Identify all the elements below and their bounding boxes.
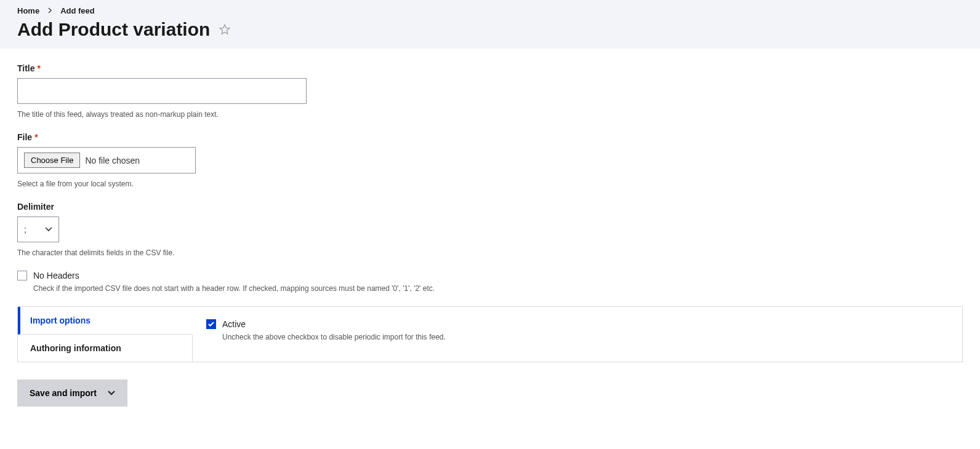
vertical-tabs-section: Import options Authoring information Act… — [17, 306, 963, 362]
save-and-import-label: Save and import — [30, 388, 97, 398]
chevron-down-icon — [45, 227, 52, 232]
tab-authoring-information[interactable]: Authoring information — [18, 335, 193, 362]
page-title-row: Add Product variation — [17, 19, 963, 40]
file-description: Select a file from your local system. — [17, 180, 963, 188]
save-and-import-button[interactable]: Save and import — [17, 379, 127, 407]
delimiter-label: Delimiter — [17, 202, 963, 212]
no-headers-label[interactable]: No Headers — [33, 271, 79, 280]
no-headers-checkbox[interactable] — [17, 271, 27, 280]
delimiter-value: ; — [24, 224, 26, 234]
file-status-text: No file chosen — [85, 156, 140, 165]
tab-pane-import-options: Active Uncheck the above checkbox to dis… — [193, 307, 963, 362]
choose-file-button[interactable]: Choose File — [24, 153, 80, 168]
required-marker: * — [34, 132, 38, 142]
breadcrumb-home-link[interactable]: Home — [17, 6, 39, 15]
title-label: Title * — [17, 63, 963, 73]
form-item-no-headers: No Headers Check if the imported CSV fil… — [17, 271, 963, 293]
file-label: File * — [17, 132, 963, 142]
title-description: The title of this feed, always treated a… — [17, 110, 963, 119]
no-headers-description: Check if the imported CSV file does not … — [33, 284, 963, 293]
content-region: Title * The title of this feed, always t… — [0, 49, 980, 431]
form-item-title: Title * The title of this feed, always t… — [17, 63, 963, 119]
form-item-file: File * Choose File No file chosen Select… — [17, 132, 963, 188]
active-checkbox[interactable] — [206, 319, 216, 329]
breadcrumb: Home Add feed — [17, 4, 963, 18]
delimiter-label-text: Delimiter — [17, 202, 54, 212]
title-input[interactable] — [17, 78, 307, 104]
header-region: Home Add feed Add Product variation — [0, 0, 980, 49]
chevron-down-icon — [108, 391, 115, 395]
title-label-text: Title — [17, 63, 35, 73]
form-item-delimiter: Delimiter ; The character that delimits … — [17, 202, 963, 257]
chevron-right-icon — [48, 7, 52, 15]
page-title: Add Product variation — [17, 19, 210, 40]
file-label-text: File — [17, 132, 32, 142]
tab-import-options[interactable]: Import options — [18, 307, 193, 335]
required-marker: * — [38, 63, 41, 73]
delimiter-select[interactable]: ; — [17, 217, 59, 242]
active-label[interactable]: Active — [222, 319, 246, 329]
breadcrumb-add-feed-link[interactable]: Add feed — [60, 6, 95, 15]
file-input-wrapper[interactable]: Choose File No file chosen — [17, 147, 196, 173]
delimiter-description: The character that delimits fields in th… — [17, 248, 963, 257]
star-outline-icon[interactable] — [219, 23, 231, 36]
vertical-tab-list: Import options Authoring information — [17, 307, 193, 362]
submit-row: Save and import — [17, 379, 963, 407]
active-description: Uncheck the above checkbox to disable pe… — [222, 333, 949, 341]
